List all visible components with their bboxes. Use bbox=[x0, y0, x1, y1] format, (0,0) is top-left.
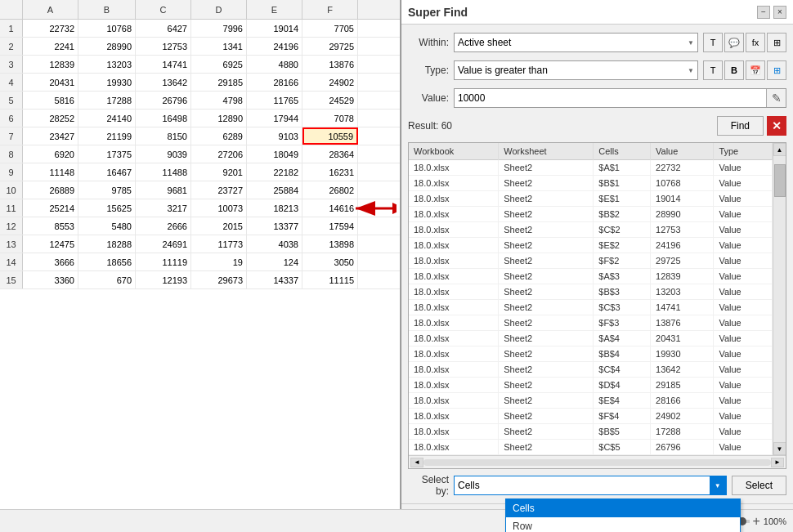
cell[interactable]: 4798 bbox=[191, 92, 247, 109]
cell[interactable]: 18288 bbox=[78, 235, 136, 253]
value-pick-icon[interactable]: ✎ bbox=[766, 89, 786, 107]
grid-icon2[interactable]: ⊞ bbox=[767, 60, 786, 80]
cell[interactable]: 11488 bbox=[136, 163, 191, 181]
cell[interactable]: 7705 bbox=[302, 20, 358, 37]
cell[interactable]: 16231 bbox=[302, 163, 358, 181]
cell[interactable]: 12475 bbox=[23, 235, 78, 253]
cell[interactable]: 17288 bbox=[78, 92, 136, 109]
result-row[interactable]: 18.0.xlsxSheet2$B$110768Value bbox=[409, 176, 773, 191]
result-row[interactable]: 18.0.xlsxSheet2$F$424902Value bbox=[409, 409, 773, 424]
vertical-scrollbar[interactable]: ▲ ▼ bbox=[773, 143, 786, 455]
cell[interactable]: 7078 bbox=[302, 110, 358, 127]
result-row[interactable]: 18.0.xlsxSheet2$C$413642Value bbox=[409, 362, 773, 378]
cell[interactable]: 1341 bbox=[191, 38, 247, 55]
cell[interactable]: 24691 bbox=[136, 235, 191, 253]
sheet-row[interactable]: 1125214156253217100731821314616 bbox=[0, 199, 400, 217]
bold-icon[interactable]: B bbox=[724, 60, 744, 80]
type-dropdown-wrapper[interactable]: Value is greater than Value is less than… bbox=[454, 60, 698, 80]
cell[interactable]: 24529 bbox=[302, 92, 358, 109]
cell[interactable]: 29725 bbox=[302, 38, 358, 55]
cell[interactable]: 11115 bbox=[302, 271, 358, 288]
cell[interactable]: 6925 bbox=[191, 56, 247, 73]
cell[interactable]: 18213 bbox=[247, 199, 302, 217]
cell[interactable]: 13203 bbox=[78, 56, 136, 73]
sheet-row[interactable]: 31283913203147416925488013876 bbox=[0, 56, 400, 74]
cell[interactable]: 8150 bbox=[136, 127, 191, 145]
minimize-button[interactable]: − bbox=[757, 6, 770, 19]
zoom-plus[interactable]: + bbox=[753, 514, 760, 529]
cell[interactable]: 26889 bbox=[23, 181, 78, 199]
cell[interactable]: 4880 bbox=[247, 56, 302, 73]
cell[interactable]: 14337 bbox=[247, 271, 302, 288]
sheet-row[interactable]: 7234272119981506289910310559 bbox=[0, 127, 400, 145]
cell[interactable]: 16498 bbox=[136, 110, 191, 127]
cell[interactable]: 11765 bbox=[247, 92, 302, 109]
scroll-left-btn[interactable]: ◄ bbox=[410, 458, 423, 467]
value-input[interactable] bbox=[455, 89, 766, 107]
result-row[interactable]: 18.0.xlsxSheet2$D$429185Value bbox=[409, 378, 773, 393]
cell[interactable]: 3360 bbox=[23, 271, 78, 288]
select-button[interactable]: Select bbox=[732, 476, 786, 495]
result-row[interactable]: 18.0.xlsxSheet2$A$122732Value bbox=[409, 160, 773, 176]
cell[interactable]: 3050 bbox=[302, 253, 358, 270]
cell[interactable]: 2666 bbox=[136, 217, 191, 235]
horizontal-scrollbar[interactable]: ◄ ► bbox=[409, 455, 786, 468]
cell[interactable]: 6427 bbox=[136, 20, 191, 37]
sheet-row[interactable]: 628252241401649812890179447078 bbox=[0, 110, 400, 127]
result-row[interactable]: 18.0.xlsxSheet2$B$313203Value bbox=[409, 284, 773, 300]
result-row[interactable]: 18.0.xlsxSheet2$C$212753Value bbox=[409, 222, 773, 238]
cell[interactable]: 9039 bbox=[136, 145, 191, 163]
select-by-control[interactable]: Cells ▼ bbox=[454, 476, 727, 495]
grid-icon[interactable]: ⊞ bbox=[767, 33, 786, 52]
cell[interactable]: 13377 bbox=[247, 217, 302, 235]
cell[interactable]: 7996 bbox=[191, 20, 247, 37]
close-button[interactable]: × bbox=[773, 6, 786, 19]
cell[interactable]: 8553 bbox=[23, 217, 78, 235]
text-format-icon[interactable]: T bbox=[703, 33, 723, 52]
result-row[interactable]: 18.0.xlsxSheet2$C$314741Value bbox=[409, 300, 773, 315]
result-row[interactable]: 18.0.xlsxSheet2$E$224196Value bbox=[409, 238, 773, 253]
cell[interactable]: 6920 bbox=[23, 145, 78, 163]
sheet-row[interactable]: 4204311993013642291852816624902 bbox=[0, 74, 400, 92]
sheet-row[interactable]: 22241289901275313412419629725 bbox=[0, 38, 400, 56]
cell[interactable]: 28252 bbox=[23, 110, 78, 127]
cell[interactable]: 24196 bbox=[247, 38, 302, 55]
select-by-arrow[interactable]: ▼ bbox=[710, 476, 726, 494]
cell[interactable]: 13898 bbox=[302, 235, 358, 253]
cell[interactable]: 24140 bbox=[78, 110, 136, 127]
within-dropdown-wrapper[interactable]: Active sheet Workbook ▼ bbox=[454, 33, 698, 52]
sheet-row[interactable]: 1436661865611119191243050 bbox=[0, 253, 400, 271]
within-select[interactable]: Active sheet Workbook bbox=[455, 34, 697, 51]
result-row[interactable]: 18.0.xlsxSheet2$B$517288Value bbox=[409, 424, 773, 440]
cell[interactable]: 670 bbox=[78, 271, 136, 288]
cell[interactable]: 15625 bbox=[78, 199, 136, 217]
cell[interactable]: 9103 bbox=[247, 127, 302, 145]
calendar-icon[interactable]: 📅 bbox=[746, 60, 765, 80]
cell[interactable]: 13876 bbox=[302, 56, 358, 73]
results-table-scroll[interactable]: Workbook Worksheet Cells Value Type 18.0… bbox=[409, 143, 773, 455]
result-row[interactable]: 18.0.xlsxSheet2$E$428166Value bbox=[409, 393, 773, 409]
cell[interactable]: 17944 bbox=[247, 110, 302, 127]
cell[interactable]: 5816 bbox=[23, 92, 78, 109]
sheet-row[interactable]: 86920173759039272061804928364 bbox=[0, 145, 400, 163]
cell[interactable]: 12193 bbox=[136, 271, 191, 288]
sheet-row[interactable]: 1285535480266620151337717594 bbox=[0, 217, 400, 235]
scroll-up-btn[interactable]: ▲ bbox=[773, 143, 786, 156]
cell[interactable]: 19 bbox=[191, 253, 247, 270]
cell[interactable]: 22182 bbox=[247, 163, 302, 181]
cell[interactable]: 29185 bbox=[191, 74, 247, 91]
sheet-row[interactable]: 102688997859681237272588426802 bbox=[0, 181, 400, 199]
cell[interactable]: 16467 bbox=[78, 163, 136, 181]
cell[interactable]: 12839 bbox=[23, 56, 78, 73]
cell[interactable]: 19930 bbox=[78, 74, 136, 91]
cell[interactable]: 4038 bbox=[247, 235, 302, 253]
cell[interactable]: 25214 bbox=[23, 199, 78, 217]
cell[interactable]: 28364 bbox=[302, 145, 358, 163]
formula-icon[interactable]: fx bbox=[746, 33, 765, 52]
cell[interactable]: 20431 bbox=[23, 74, 78, 91]
cell[interactable]: 18656 bbox=[78, 253, 136, 270]
close-x-button[interactable]: ✕ bbox=[767, 116, 786, 136]
result-row[interactable]: 18.0.xlsxSheet2$E$119014Value bbox=[409, 191, 773, 207]
cell[interactable]: 28166 bbox=[247, 74, 302, 91]
cell[interactable]: 19014 bbox=[247, 20, 302, 37]
